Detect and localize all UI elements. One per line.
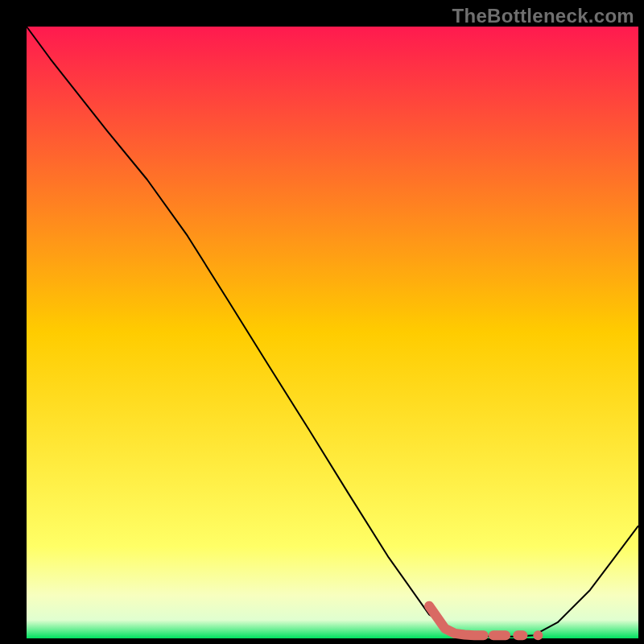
annotation-optimal-dot [533, 630, 543, 640]
chart-svg [0, 0, 644, 644]
chart-gradient-bg [27, 27, 638, 638]
watermark-text: TheBottleneck.com [452, 5, 634, 27]
chart-container: TheBottleneck.com [0, 0, 644, 644]
